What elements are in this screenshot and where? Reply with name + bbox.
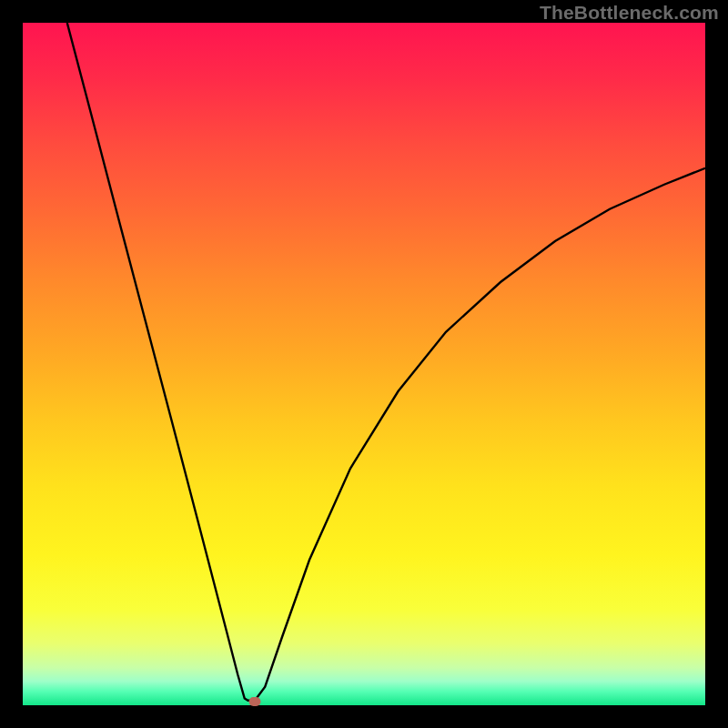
watermark-text: TheBottleneck.com	[540, 2, 719, 24]
plot-area	[23, 23, 705, 705]
bottleneck-curve	[67, 23, 705, 701]
optimal-point-marker	[249, 697, 261, 706]
chart-container: TheBottleneck.com	[0, 0, 728, 728]
curve-svg	[23, 23, 705, 705]
